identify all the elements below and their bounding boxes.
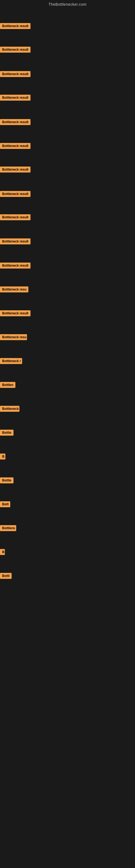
bottleneck-badge-22[interactable]: Bottlens xyxy=(0,525,16,531)
bottleneck-item-13[interactable]: Bottleneck result xyxy=(0,310,31,317)
bottleneck-badge-21[interactable]: Bott xyxy=(0,501,10,507)
bottleneck-badge-17[interactable]: Bottleneck xyxy=(0,406,19,412)
bottleneck-badge-16[interactable]: Bottlen xyxy=(0,382,15,388)
bottleneck-badge-1[interactable]: Bottleneck result xyxy=(0,23,31,29)
bottleneck-item-7[interactable]: Bottleneck result xyxy=(0,166,31,174)
bottleneck-item-19[interactable]: B xyxy=(0,454,5,461)
bottleneck-item-16[interactable]: Bottlen xyxy=(0,382,15,389)
bottleneck-item-1[interactable]: Bottleneck result xyxy=(0,23,31,30)
bottleneck-item-20[interactable]: Bottle xyxy=(0,477,13,485)
bottleneck-item-2[interactable]: Bottleneck result xyxy=(0,46,31,54)
bottleneck-badge-10[interactable]: Bottleneck result xyxy=(0,239,31,244)
bottleneck-item-4[interactable]: Bottleneck result xyxy=(0,95,31,102)
bottleneck-badge-9[interactable]: Bottleneck result xyxy=(0,214,31,220)
bottleneck-item-21[interactable]: Bott xyxy=(0,501,10,508)
bottleneck-item-22[interactable]: Bottlens xyxy=(0,525,16,532)
bottleneck-badge-7[interactable]: Bottleneck result xyxy=(0,166,31,173)
bottleneck-item-11[interactable]: Bottleneck result xyxy=(0,262,31,270)
bottleneck-badge-23[interactable]: B xyxy=(0,549,5,555)
bottleneck-badge-19[interactable]: B xyxy=(0,454,5,460)
bottleneck-item-12[interactable]: Bottleneck resu xyxy=(0,286,28,293)
bottleneck-badge-8[interactable]: Bottleneck result xyxy=(0,191,31,197)
bottleneck-item-24[interactable]: Bottl xyxy=(0,573,12,580)
bottleneck-badge-11[interactable]: Bottleneck result xyxy=(0,262,31,269)
bottleneck-item-15[interactable]: Bottleneck r xyxy=(0,358,22,365)
bottleneck-badge-18[interactable]: Bottle xyxy=(0,430,13,436)
bottleneck-badge-15[interactable]: Bottleneck r xyxy=(0,358,22,364)
bottleneck-item-14[interactable]: Bottleneck resu xyxy=(0,334,27,341)
bottleneck-item-10[interactable]: Bottleneck result xyxy=(0,239,31,246)
bottleneck-item-23[interactable]: B xyxy=(0,549,5,556)
bottleneck-badge-4[interactable]: Bottleneck result xyxy=(0,95,31,101)
bottleneck-badge-14[interactable]: Bottleneck resu xyxy=(0,334,27,340)
bottleneck-item-17[interactable]: Bottleneck xyxy=(0,406,19,413)
bottleneck-item-8[interactable]: Bottleneck result xyxy=(0,191,31,198)
bottleneck-badge-24[interactable]: Bottl xyxy=(0,573,12,579)
bottleneck-badge-3[interactable]: Bottleneck result xyxy=(0,71,31,77)
bottleneck-item-9[interactable]: Bottleneck result xyxy=(0,214,31,221)
bottleneck-badge-20[interactable]: Bottle xyxy=(0,477,13,484)
bottleneck-item-3[interactable]: Bottleneck result xyxy=(0,71,31,78)
bottleneck-badge-12[interactable]: Bottleneck resu xyxy=(0,286,28,292)
bottleneck-badge-13[interactable]: Bottleneck result xyxy=(0,310,31,316)
bottleneck-item-5[interactable]: Bottleneck result xyxy=(0,119,31,126)
bottleneck-item-18[interactable]: Bottle xyxy=(0,430,13,437)
bottleneck-item-6[interactable]: Bottleneck result xyxy=(0,143,31,150)
bottleneck-badge-5[interactable]: Bottleneck result xyxy=(0,119,31,125)
site-title: TheBottlenecker.com xyxy=(0,0,135,8)
bottleneck-badge-2[interactable]: Bottleneck result xyxy=(0,46,31,53)
bottleneck-badge-6[interactable]: Bottleneck result xyxy=(0,143,31,149)
